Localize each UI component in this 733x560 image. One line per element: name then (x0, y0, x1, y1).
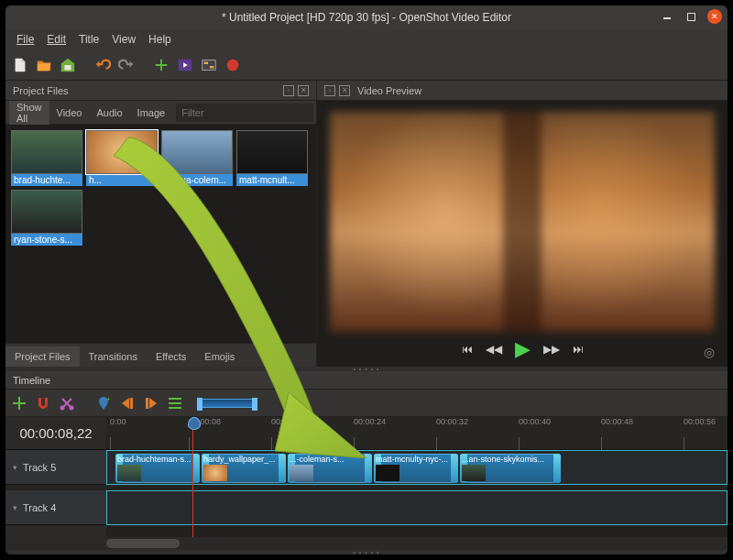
add-track-icon[interactable] (11, 395, 27, 412)
filter-video[interactable]: Video (49, 104, 90, 122)
timecode-display[interactable]: 00:00:08,22 (5, 417, 106, 450)
window-close-button[interactable] (707, 9, 722, 24)
forward-icon[interactable]: ▶▶ (543, 343, 560, 356)
undo-icon[interactable] (93, 56, 112, 74)
svg-rect-6 (130, 398, 133, 409)
window-maximize-button[interactable] (684, 9, 698, 24)
new-file-icon[interactable] (11, 56, 29, 74)
timeline-panel: Timeline + 00:00:08,22 ▾Track 5 ▾Track 4… (5, 371, 728, 555)
timeline-toolbar: + (5, 390, 728, 417)
clip[interactable]: matt-mcnulty-nyc-... (374, 454, 458, 483)
skip-end-icon[interactable]: ⏭ (573, 343, 584, 356)
thumbnails-grid: brad-huchte... h... joshua-colem... matt… (11, 130, 311, 246)
svg-rect-1 (202, 60, 215, 70)
menubar: File Edit Title View Help (5, 29, 728, 49)
track-header[interactable]: ▾Track 4 (5, 490, 106, 525)
titlebar: * Untitled Project [HD 720p 30 fps] - Op… (5, 5, 728, 29)
filter-show-all[interactable]: Show All (9, 98, 49, 127)
menu-file[interactable]: File (11, 31, 39, 48)
filter-image[interactable]: Image (130, 104, 173, 122)
thumbnail-item[interactable]: brad-huchte... (11, 130, 82, 186)
skip-start-icon[interactable]: ⏮ (462, 343, 473, 356)
clip[interactable]: ...an-stone-skykomis... (460, 454, 561, 483)
profile-icon[interactable] (176, 56, 194, 74)
tab-transitions[interactable]: Transitions (80, 346, 147, 367)
resize-handle[interactable]: • • • • • (5, 550, 728, 555)
menu-edit[interactable]: Edit (41, 31, 71, 48)
clip[interactable]: brad-huchteman-s... (115, 454, 200, 483)
rewind-icon[interactable]: ◀◀ (486, 343, 502, 356)
window-title: * Untitled Project [HD 720p 30 fps] - Op… (5, 11, 728, 24)
svg-point-2 (227, 59, 239, 71)
next-marker-icon[interactable] (143, 395, 159, 412)
filter-audio[interactable]: Audio (89, 104, 129, 122)
tab-project-files[interactable]: Project Files (5, 346, 80, 367)
thumbnail-item[interactable]: matt-mcnult... (236, 130, 308, 186)
svg-point-4 (70, 405, 74, 410)
panel-close-icon[interactable]: ✕ (339, 85, 350, 96)
project-bottom-tabs: Project Files Transitions Effects Emojis (5, 343, 316, 367)
project-files-title: Project Files (13, 85, 69, 96)
menu-view[interactable]: View (106, 31, 141, 48)
thumbnail-item[interactable]: h... (86, 130, 158, 186)
playhead[interactable] (192, 417, 193, 537)
tab-effects[interactable]: Effects (147, 346, 195, 367)
thumbnail-item[interactable]: joshua-colem... (161, 130, 233, 186)
chevron-down-icon: ▾ (13, 463, 17, 472)
menu-help[interactable]: Help (143, 31, 177, 48)
prev-marker-icon[interactable] (119, 395, 136, 412)
save-file-icon[interactable] (59, 56, 77, 74)
video-preview-title: Video Preview (357, 85, 421, 96)
window-minimize-button[interactable] (660, 9, 674, 24)
clip[interactable]: ...-coleman-s... (288, 454, 372, 483)
play-button[interactable]: ▶ (515, 337, 531, 361)
svg-rect-7 (146, 398, 148, 409)
track-lane[interactable]: brad-huchteman-s... hardy_wallpaper_... … (106, 450, 728, 485)
open-file-icon[interactable] (35, 56, 53, 74)
app-window: * Untitled Project [HD 720p 30 fps] - Op… (5, 5, 728, 555)
fullscreen-icon[interactable] (200, 56, 218, 74)
preview-viewport[interactable] (330, 112, 715, 332)
undock-icon[interactable]: ▫ (283, 85, 294, 96)
tracks-area[interactable]: 0:00 00:00:08 00:00:16 00:00:24 00:00:32… (106, 417, 728, 537)
svg-text:+: + (106, 395, 111, 403)
tab-emojis[interactable]: Emojis (195, 346, 244, 367)
menu-title[interactable]: Title (73, 31, 104, 48)
main-toolbar (5, 49, 728, 81)
import-plus-icon[interactable] (152, 56, 170, 74)
panel-close-icon[interactable]: ✕ (298, 85, 309, 96)
snap-magnet-icon[interactable] (35, 395, 51, 412)
project-files-panel: Project Files ▫ ✕ Show All Video Audio I… (5, 81, 317, 367)
snapshot-icon[interactable]: ◎ (704, 345, 715, 359)
center-playhead-icon[interactable] (167, 395, 183, 412)
track-lane[interactable] (106, 490, 728, 525)
redo-icon[interactable] (117, 56, 136, 74)
video-preview-panel: ▫ ✕ Video Preview ⏮ ◀◀ ▶ ▶▶ ⏭ ◎ (317, 81, 728, 367)
project-files-filters: Show All Video Audio Image (5, 101, 316, 125)
zoom-slider[interactable] (198, 399, 257, 408)
undock-icon[interactable]: ▫ (324, 85, 335, 96)
track-header[interactable]: ▾Track 5 (5, 450, 106, 485)
timeline-scrollbar[interactable] (5, 537, 728, 550)
thumbnail-item[interactable]: ryan-stone-s... (11, 190, 82, 246)
razor-icon[interactable] (59, 395, 75, 412)
chevron-down-icon: ▾ (13, 503, 17, 512)
export-icon[interactable] (224, 56, 242, 74)
filter-input[interactable] (176, 104, 313, 122)
timeline-title: Timeline (13, 375, 50, 386)
clip[interactable]: hardy_wallpaper_... (202, 454, 286, 483)
marker-drop-icon[interactable]: + (95, 395, 112, 412)
svg-point-3 (60, 405, 65, 410)
